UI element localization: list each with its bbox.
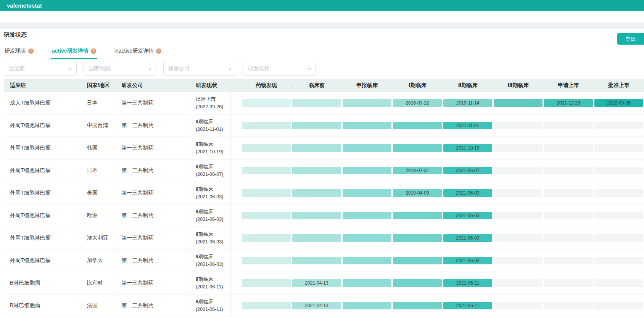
company-filter-select[interactable]: 研发公司 ∨ [163,62,236,76]
stage-progress-area: 2021-04-132021-06-11 [231,272,644,294]
stage-cell: 2021-06-03 [443,212,493,219]
status-cell: Ⅱ期临床 (2021-06-11) [190,294,231,317]
region-filter-select[interactable]: 国家/地区 ∨ [84,62,156,76]
status-cell: Ⅱ期临床 (2021-06-03) [190,182,231,204]
status-date: (2021-06-03) [196,238,223,246]
status-name: Ⅱ期临床 [196,298,223,306]
stage-cell [594,212,644,219]
column-header-indication: 适应症 [4,82,81,89]
stage-cell [594,234,644,242]
stage-cell [291,122,342,129]
status-date: (2021-06-03) [196,261,223,269]
stage-bar [343,212,391,219]
table-row: 外周T细胞淋巴瘤 日本 第一三共制药 Ⅱ期临床 (2021-06-07) 201… [4,159,644,182]
stage-progress-area: 2019-04-092021-06-03 [231,182,644,204]
select-placeholder: 国家/地区 [89,65,111,72]
table-row: 外周T细胞淋巴瘤 欧洲 第一三共制药 Ⅱ期临床 (2021-06-03) 202… [4,204,644,227]
stage-bar [494,279,543,287]
stage-bar [343,302,391,309]
stage-bar [292,99,341,107]
stage-cell [241,279,291,287]
tab-inactive-rd-detail[interactable]: inactive研发详情 i [114,43,162,59]
indication-cell: 外周T细胞淋巴瘤 [4,249,81,272]
stage-bar [343,257,391,264]
stage-cell [291,234,342,242]
status-cell: Ⅱ期临床 (2021-10-19) [190,137,231,159]
stage-bar-dated: 2021-06-07 [443,167,492,174]
indication-cell: 外周T细胞淋巴瘤 [4,159,81,182]
stage-progress-area: 2018-07-312021-06-07 [231,159,644,182]
status-date: (2021-06-07) [196,171,223,179]
tab-active-rd-detail[interactable]: active研发详情 i [51,43,97,59]
tab-label: 研发现状 [5,48,26,55]
stage-cell [594,279,644,287]
status-cell: 批准上市 (2022-09-26) [190,92,231,114]
indication-cell: 外周T细胞淋巴瘤 [4,182,81,204]
status-date: (2021-06-03) [196,216,223,224]
stage-cell [241,302,291,309]
table-body: 成人T细胞淋巴瘤 日本 第一三共制药 批准上市 (2022-09-26) 201… [4,92,644,317]
tab-bar: 研发现状 i active研发详情 i inactive研发详情 i [4,43,644,59]
company-cell: 第一三共制药 [116,92,190,114]
stage-bar [393,279,442,287]
region-cell: 中国台湾 [81,114,116,137]
indication-filter-select[interactable]: 适应症 ∨ [4,62,77,76]
table-row: 外周T细胞淋巴瘤 中国台湾 第一三共制药 Ⅱ期临床 (2021-11-01) 2… [4,114,644,137]
stage-bar-dated: 2021-12-28 [544,99,593,107]
stage-cell: 2021-06-11 [443,302,493,309]
column-header-stage: Ⅲ期临床→ [493,82,543,89]
info-icon[interactable]: i [156,48,161,54]
status-name: Ⅱ期临床 [196,208,223,216]
stage-cell [342,302,392,309]
stage-cell [342,279,392,287]
stage-cell [594,167,644,174]
stage-cell [241,99,291,107]
company-cell: 第一三共制药 [116,249,190,272]
column-header-stage: 申报临床→ [342,82,392,89]
stage-bar [544,167,593,174]
stage-bar-dated: 2021-06-03 [443,212,492,219]
region-cell: 欧洲 [81,204,116,227]
stage-bar [343,144,391,152]
stage-bar-dated: 2019-11-14 [443,99,492,107]
region-cell: 美国 [81,182,116,204]
info-icon[interactable]: i [28,48,34,54]
info-icon[interactable]: i [91,48,96,54]
stage-cell [392,302,443,309]
stage-bar-dated: 2021-06-03 [443,234,492,242]
status-name: Ⅱ期临床 [196,140,223,148]
stage-bar [242,99,291,107]
stage-cell [493,302,543,309]
stage-cell [493,144,543,152]
stage-bar [292,257,341,264]
stage-bar [544,122,593,129]
stage-cell: 2016-03-22 [392,99,443,107]
stage-bar-dated: 2018-07-31 [393,167,442,174]
stage-bar-dated: 2019-04-09 [393,189,442,197]
stage-bar [292,167,341,174]
stage-bar [343,99,391,107]
stage-bar [544,234,593,242]
stage-cell: 2021-06-03 [443,257,493,264]
stage-bar-dated: 2021-04-13 [292,302,341,309]
stage-bar [594,257,643,264]
company-cell: 第一三共制药 [116,227,190,249]
stage-cell [241,122,291,129]
stage-bar [494,212,543,219]
status-cell: Ⅱ期临床 (2021-11-01) [190,114,231,137]
stage-cell [493,212,543,219]
company-cell: 第一三共制药 [116,294,190,317]
indication-cell: 外周T细胞淋巴瘤 [4,227,81,249]
stage-cell [594,122,644,129]
stage-bar [242,234,291,242]
stage-bar-dated: 2021-06-11 [443,302,492,309]
column-header-stage: 申请上市→ [543,82,594,89]
stage-bar [594,302,643,309]
table-row: B淋巴细胞瘤 法国 第一三共制药 Ⅱ期临床 (2021-06-11) 2021-… [4,294,644,317]
column-header-status: 研发现状 [190,82,231,89]
company-cell: 第一三共制药 [116,204,190,227]
status-name: Ⅱ期临床 [196,117,223,126]
tab-rd-status[interactable]: 研发现状 i [4,43,34,59]
indication-cell: B淋巴细胞瘤 [4,294,81,317]
status-filter-select[interactable]: 研发现状 ∨ [243,62,316,76]
